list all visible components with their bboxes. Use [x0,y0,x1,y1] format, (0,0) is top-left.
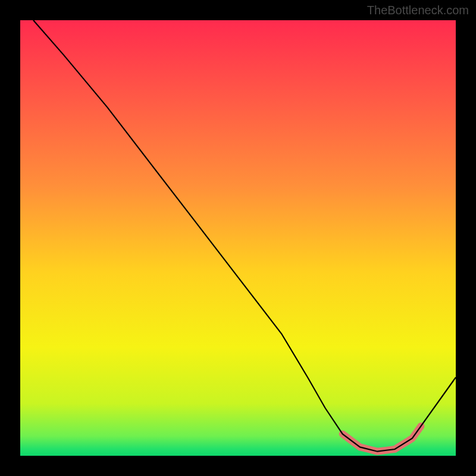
chart-svg [0,0,476,476]
watermark-text: TheBottleneck.com [367,4,469,17]
chart-container: { "watermark": "TheBottleneck.com", "plo… [0,0,476,476]
plot-area [20,20,456,456]
